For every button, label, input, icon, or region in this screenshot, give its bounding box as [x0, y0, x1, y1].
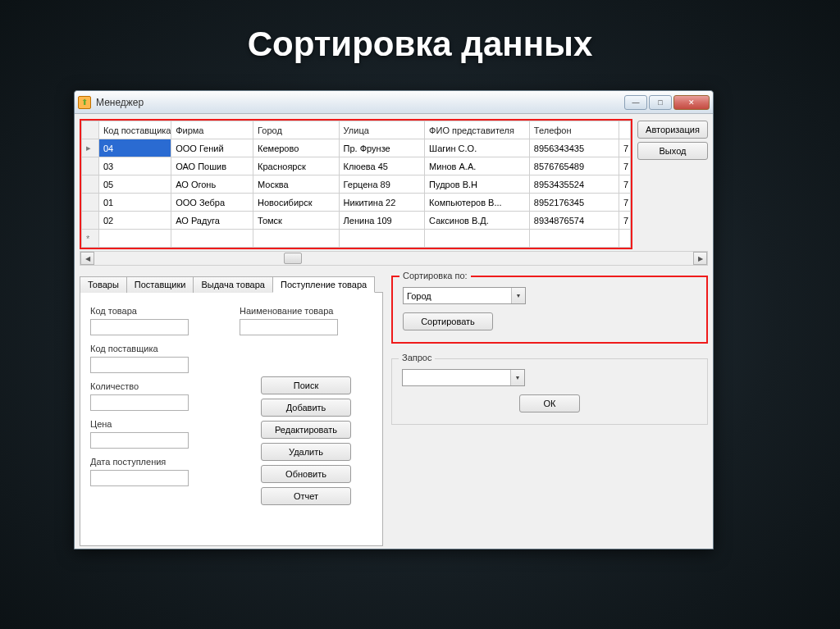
cell-code[interactable]: 03: [98, 157, 171, 175]
cell-rep[interactable]: Пудров В.Н: [425, 175, 530, 194]
col-city[interactable]: Город: [253, 121, 340, 139]
cell-firm[interactable]: ОАО Пошив: [171, 157, 253, 175]
query-legend: Запрос: [399, 353, 435, 362]
cell-street[interactable]: Никитина 22: [339, 194, 425, 212]
tab-goods[interactable]: Товары: [80, 276, 127, 293]
add-button[interactable]: Добавить: [261, 399, 351, 417]
cell-overflow: 7: [619, 212, 631, 230]
scroll-thumb[interactable]: [284, 253, 302, 264]
grid-hscrollbar[interactable]: ◀ ▶: [80, 251, 708, 266]
cell-rep[interactable]: Компьютеров В...: [425, 194, 530, 212]
tabstrip: Товары Поставщики Выдача товара Поступле…: [80, 276, 383, 293]
exit-button[interactable]: Выход: [637, 142, 708, 160]
query-combo[interactable]: ▼: [402, 369, 525, 386]
query-ok-button[interactable]: ОК: [519, 394, 580, 412]
tab-receipt[interactable]: Поступление товара: [272, 276, 375, 293]
table-row[interactable]: 01ООО ЗебраНовосибирскНикитина 22Компьют…: [82, 194, 631, 212]
cell-city[interactable]: Томск: [253, 212, 340, 230]
cell-city[interactable]: Кемерово: [253, 139, 340, 157]
cell-phone[interactable]: 8952176345: [529, 194, 619, 212]
cell-city[interactable]: Новосибирск: [253, 194, 340, 212]
titlebar: ⬆ Менеджер — □ ✕: [75, 91, 713, 114]
cell-street[interactable]: Ленина 109: [339, 212, 425, 230]
cell-street[interactable]: Пр. Фрунзе: [339, 139, 425, 157]
label-date: Дата поступления: [90, 457, 223, 467]
maximize-button[interactable]: □: [649, 95, 672, 110]
sort-legend: Сортировка по:: [399, 271, 471, 280]
cell-code[interactable]: 02: [98, 212, 171, 230]
col-rep[interactable]: ФИО представителя: [425, 121, 530, 139]
row-header: ▸: [82, 139, 99, 157]
chevron-down-icon: ▼: [510, 370, 524, 385]
cell-rep[interactable]: Шагин С.О.: [425, 139, 530, 157]
row-header: [82, 194, 99, 212]
cell-city[interactable]: Красноярск: [253, 157, 340, 175]
app-icon: ⬆: [78, 96, 91, 109]
refresh-button[interactable]: Обновить: [261, 465, 351, 483]
scroll-right-button[interactable]: ▶: [693, 252, 707, 265]
suppliers-grid-wrap: Код поставщика Фирма Город Улица ФИО пре…: [80, 119, 632, 249]
cell-phone[interactable]: 8576765489: [529, 157, 619, 175]
table-row[interactable]: ▸04ООО ГенийКемеровоПр. ФрунзеШагин С.О.…: [82, 139, 631, 157]
cell-rep[interactable]: Минов А.А.: [425, 157, 530, 175]
close-button[interactable]: ✕: [673, 95, 710, 110]
new-row[interactable]: *: [82, 230, 631, 248]
cell-code[interactable]: 05: [98, 175, 171, 194]
suppliers-grid[interactable]: Код поставщика Фирма Город Улица ФИО пре…: [81, 121, 631, 248]
row-header: [82, 175, 99, 194]
col-firm[interactable]: Фирма: [171, 121, 253, 139]
cell-city[interactable]: Москва: [253, 175, 340, 194]
cell-street[interactable]: Клюева 45: [339, 157, 425, 175]
cell-street[interactable]: Герцена 89: [339, 175, 425, 194]
col-phone[interactable]: Телефон: [529, 121, 619, 139]
left-panel: Товары Поставщики Выдача товара Поступле…: [80, 276, 383, 546]
table-row[interactable]: 03ОАО ПошивКрасноярскКлюева 45Минов А.А.…: [82, 157, 631, 175]
table-row[interactable]: 02АО РадугаТомскЛенина 109Саксинов В.Д.8…: [82, 212, 631, 230]
cell-code[interactable]: 01: [98, 194, 171, 212]
delete-button[interactable]: Удалить: [261, 443, 351, 461]
cell-code[interactable]: 04: [98, 139, 171, 157]
cell-overflow: 7: [619, 175, 631, 194]
cell-rep[interactable]: Саксинов В.Д.: [425, 212, 530, 230]
query-groupbox: Запрос ▼ ОК: [391, 358, 708, 425]
input-supplier[interactable]: [90, 357, 189, 373]
table-row[interactable]: 05АО ОгоньМоскваГерцена 89Пудров В.Н8953…: [82, 175, 631, 194]
cell-firm[interactable]: АО Радуга: [171, 212, 253, 230]
report-button[interactable]: Отчет: [261, 487, 351, 505]
cell-phone[interactable]: 8956343435: [529, 139, 619, 157]
chevron-down-icon: ▼: [511, 288, 525, 303]
grid-corner: [82, 121, 99, 139]
cell-overflow: 7: [619, 194, 631, 212]
input-date[interactable]: [90, 470, 189, 486]
tab-issue[interactable]: Выдача товара: [193, 276, 273, 293]
input-name[interactable]: [240, 319, 338, 335]
label-price: Цена: [90, 419, 223, 429]
row-header: [82, 157, 99, 175]
col-street[interactable]: Улица: [339, 121, 425, 139]
cell-overflow: 7: [619, 157, 631, 175]
sort-combo-value: Город: [407, 291, 431, 301]
scroll-left-button[interactable]: ◀: [80, 252, 94, 265]
label-name: Наименование товара: [240, 306, 372, 316]
cell-firm[interactable]: ООО Зебра: [171, 194, 253, 212]
search-button[interactable]: Поиск: [261, 376, 351, 394]
auth-button[interactable]: Авторизация: [637, 121, 708, 139]
cell-phone[interactable]: 8934876574: [529, 212, 619, 230]
edit-button[interactable]: Редактировать: [261, 421, 351, 439]
sort-groupbox: Сортировка по: Город ▼ Сортировать: [391, 276, 708, 344]
window-title: Менеджер: [96, 97, 624, 108]
minimize-button[interactable]: —: [624, 95, 647, 110]
col-code[interactable]: Код поставщика: [98, 121, 171, 139]
input-code[interactable]: [90, 319, 189, 335]
sort-button[interactable]: Сортировать: [403, 312, 493, 330]
cell-phone[interactable]: 8953435524: [529, 175, 619, 194]
sort-combo[interactable]: Город ▼: [403, 287, 526, 304]
cell-firm[interactable]: ООО Гений: [171, 139, 253, 157]
cell-firm[interactable]: АО Огонь: [171, 175, 253, 194]
slide-title: Сортировка данных: [0, 0, 840, 64]
tab-suppliers[interactable]: Поставщики: [126, 276, 194, 293]
input-qty[interactable]: [90, 394, 189, 411]
input-price[interactable]: [90, 432, 189, 449]
row-header: *: [82, 230, 99, 248]
right-panel: Сортировка по: Город ▼ Сортировать Запро…: [391, 276, 708, 546]
